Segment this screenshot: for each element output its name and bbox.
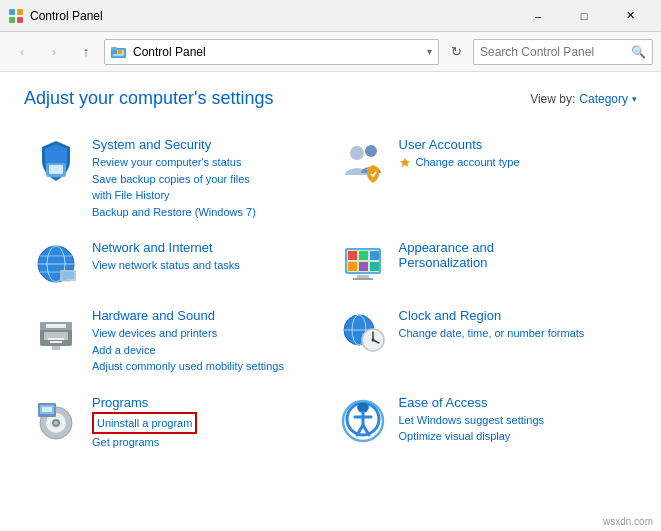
- ease-access-link-0[interactable]: Let Windows suggest settings: [399, 412, 630, 429]
- view-by-value[interactable]: Category: [579, 92, 628, 106]
- svg-rect-9: [118, 50, 122, 54]
- svg-rect-29: [359, 262, 368, 271]
- content-header: Adjust your computer's settings View by:…: [24, 88, 637, 109]
- appearance-title[interactable]: Appearance andPersonalization: [399, 240, 630, 270]
- category-clock: Clock and Region Change date, time, or n…: [331, 298, 638, 385]
- programs-link-0[interactable]: Uninstall a program: [92, 412, 197, 435]
- search-icon[interactable]: 🔍: [631, 45, 646, 59]
- ease-access-title[interactable]: Ease of Access: [399, 395, 630, 410]
- category-programs: Programs Uninstall a program Get program…: [24, 385, 331, 461]
- svg-rect-36: [46, 324, 66, 328]
- network-title[interactable]: Network and Internet: [92, 240, 323, 255]
- svg-point-50: [54, 421, 58, 425]
- back-button[interactable]: ‹: [8, 38, 36, 66]
- system-security-link-1[interactable]: Save backup copies of your fileswith Fil…: [92, 171, 323, 204]
- view-by-chevron-icon[interactable]: ▾: [632, 94, 637, 104]
- close-button[interactable]: ✕: [607, 0, 653, 32]
- programs-title[interactable]: Programs: [92, 395, 323, 410]
- programs-content: Programs Uninstall a program Get program…: [92, 395, 323, 451]
- search-input[interactable]: [480, 45, 631, 59]
- svg-rect-0: [9, 9, 15, 15]
- address-chevron-icon[interactable]: ▾: [427, 46, 432, 57]
- clock-title[interactable]: Clock and Region: [399, 308, 630, 323]
- main-content: Adjust your computer's settings View by:…: [0, 72, 661, 477]
- svg-rect-22: [64, 280, 70, 282]
- svg-rect-30: [370, 262, 379, 271]
- page-title: Adjust your computer's settings: [24, 88, 274, 109]
- svg-rect-12: [52, 175, 60, 177]
- watermark: wsxdn.com: [603, 516, 653, 527]
- minimize-button[interactable]: –: [515, 0, 561, 32]
- svg-rect-32: [353, 278, 373, 280]
- network-content: Network and Internet View network status…: [92, 240, 323, 274]
- title-bar-title: Control Panel: [30, 9, 515, 23]
- clock-link-0[interactable]: Change date, time, or number formats: [399, 325, 630, 342]
- nav-bar: ‹ › ↑ Control Panel ▾ ↻ 🔍: [0, 32, 661, 72]
- svg-rect-28: [348, 262, 357, 271]
- svg-rect-37: [48, 338, 64, 340]
- svg-rect-39: [52, 346, 60, 350]
- system-security-link-0[interactable]: Review your computer's status: [92, 154, 323, 171]
- forward-button[interactable]: ›: [40, 38, 68, 66]
- svg-rect-2: [9, 17, 15, 23]
- system-security-content: System and Security Review your computer…: [92, 137, 323, 220]
- svg-rect-25: [348, 251, 357, 260]
- clock-icon: [339, 308, 387, 356]
- category-hardware: Hardware and Sound View devices and prin…: [24, 298, 331, 385]
- ease-access-link-1[interactable]: Optimize visual display: [399, 428, 630, 445]
- view-by-control: View by: Category ▾: [530, 92, 637, 106]
- hardware-link-0[interactable]: View devices and printers: [92, 325, 323, 342]
- svg-rect-38: [50, 341, 62, 343]
- programs-icon: [32, 395, 80, 443]
- network-icon: [32, 240, 80, 288]
- refresh-button[interactable]: ↻: [443, 39, 469, 65]
- view-by-label: View by:: [530, 92, 575, 106]
- ease-access-icon: [339, 395, 387, 443]
- programs-link-1[interactable]: Get programs: [92, 434, 323, 451]
- title-bar-controls: – □ ✕: [515, 0, 653, 32]
- user-accounts-icon: [339, 137, 387, 185]
- svg-rect-31: [357, 275, 369, 278]
- svg-rect-1: [17, 9, 23, 15]
- appearance-icon: [339, 240, 387, 288]
- hardware-icon: [32, 308, 80, 356]
- address-bar[interactable]: Control Panel ▾: [104, 39, 439, 65]
- hardware-content: Hardware and Sound View devices and prin…: [92, 308, 323, 375]
- address-text: Control Panel: [133, 45, 421, 59]
- maximize-button[interactable]: □: [561, 0, 607, 32]
- hardware-title[interactable]: Hardware and Sound: [92, 308, 323, 323]
- title-bar: Control Panel – □ ✕: [0, 0, 661, 32]
- categories-grid: System and Security Review your computer…: [24, 127, 637, 461]
- clock-content: Clock and Region Change date, time, or n…: [399, 308, 630, 342]
- user-accounts-link-0[interactable]: Change account type: [399, 154, 630, 171]
- ease-access-content: Ease of Access Let Windows suggest setti…: [399, 395, 630, 445]
- title-bar-icon: [8, 8, 24, 24]
- network-link-0[interactable]: View network status and tasks: [92, 257, 323, 274]
- svg-rect-26: [359, 251, 368, 260]
- appearance-content: Appearance andPersonalization: [399, 240, 630, 272]
- address-folder-icon: [111, 44, 127, 60]
- svg-rect-53: [42, 407, 52, 412]
- category-appearance: Appearance andPersonalization: [331, 230, 638, 298]
- system-security-icon: [32, 137, 80, 185]
- user-accounts-title[interactable]: User Accounts: [399, 137, 630, 152]
- system-security-title[interactable]: System and Security: [92, 137, 323, 152]
- svg-rect-8: [113, 50, 117, 54]
- system-security-link-2[interactable]: Backup and Restore (Windows 7): [92, 204, 323, 221]
- hardware-link-2[interactable]: Adjust commonly used mobility settings: [92, 358, 323, 375]
- category-ease-access: Ease of Access Let Windows suggest setti…: [331, 385, 638, 461]
- hardware-link-1[interactable]: Add a device: [92, 342, 323, 359]
- svg-point-13: [350, 146, 364, 160]
- svg-rect-11: [49, 165, 63, 174]
- up-button[interactable]: ↑: [72, 38, 100, 66]
- category-system-security: System and Security Review your computer…: [24, 127, 331, 230]
- svg-rect-3: [17, 17, 23, 23]
- user-accounts-content: User Accounts Change account type: [399, 137, 630, 171]
- search-bar[interactable]: 🔍: [473, 39, 653, 65]
- svg-rect-27: [370, 251, 379, 260]
- svg-rect-21: [62, 272, 74, 279]
- category-user-accounts: User Accounts Change account type: [331, 127, 638, 230]
- svg-point-14: [365, 145, 377, 157]
- category-network: Network and Internet View network status…: [24, 230, 331, 298]
